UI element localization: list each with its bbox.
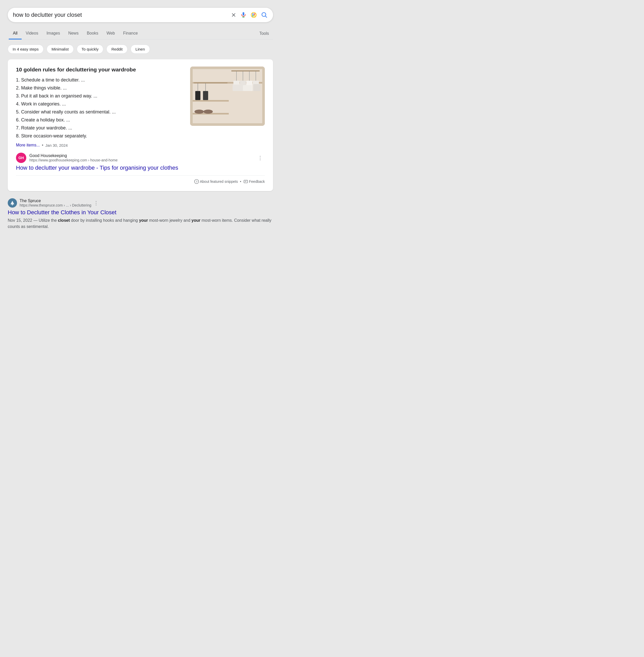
- result2-source-info: The Spruce https://www.thespruce.com › .…: [20, 199, 91, 207]
- result2-source-row: The Spruce https://www.thespruce.com › .…: [8, 198, 273, 207]
- tab-all[interactable]: All: [9, 28, 22, 40]
- source-url: https://www.goodhousekeeping.com › house…: [29, 158, 256, 162]
- date-text: Jan 30, 2024: [45, 143, 68, 148]
- svg-rect-28: [253, 84, 260, 91]
- more-items-link[interactable]: More items...: [16, 143, 40, 148]
- featured-result-link[interactable]: How to declutter your wardrobe - Tips fo…: [16, 165, 265, 171]
- tab-videos[interactable]: Videos: [22, 28, 43, 40]
- svg-text:?: ?: [196, 180, 197, 183]
- tab-books[interactable]: Books: [83, 28, 102, 40]
- chip-3[interactable]: Reddit: [107, 45, 127, 53]
- svg-rect-10: [193, 100, 229, 102]
- more-items-row: More items... • Jan 30, 2024: [16, 143, 183, 148]
- chip-2[interactable]: To quickly: [77, 45, 104, 53]
- feedback-icon: [244, 179, 248, 184]
- tab-images[interactable]: Images: [42, 28, 64, 40]
- nav-tabs: All Videos Images News Books Web Finance…: [8, 28, 273, 40]
- result2-more-button[interactable]: ⋮: [91, 199, 101, 207]
- svg-point-5: [254, 15, 256, 17]
- chip-4[interactable]: Linen: [131, 45, 150, 53]
- result-2-card: The Spruce https://www.thespruce.com › .…: [8, 196, 273, 232]
- svg-point-29: [194, 110, 204, 114]
- card-list: 1. Schedule a time to declutter. ... 2. …: [16, 78, 183, 139]
- search-icon-group: [231, 12, 268, 19]
- spruce-icon: [9, 200, 15, 206]
- svg-point-30: [204, 110, 213, 114]
- about-snippets[interactable]: ? About featured snippets: [194, 179, 238, 184]
- result2-source-url: https://www.thespruce.com › ... › Declut…: [20, 203, 91, 207]
- tab-web[interactable]: Web: [102, 28, 119, 40]
- help-icon: ?: [194, 179, 199, 184]
- list-item: 4. Work in categories. ...: [16, 101, 183, 107]
- featured-image: [190, 67, 265, 126]
- closet-svg: [190, 67, 265, 126]
- list-item: 1. Schedule a time to declutter. ...: [16, 78, 183, 83]
- svg-marker-41: [10, 201, 15, 204]
- result2-logo: [8, 198, 17, 207]
- featured-snippet-card: 10 golden rules for decluttering your wa…: [8, 59, 273, 191]
- svg-rect-25: [203, 91, 208, 100]
- result2-link[interactable]: How to Declutter the Clothes in Your Clo…: [8, 209, 273, 216]
- dot-separator: •: [42, 143, 43, 148]
- search-input[interactable]: [13, 12, 231, 18]
- svg-point-3: [254, 14, 256, 15]
- svg-rect-42: [12, 204, 13, 205]
- source-row: GH Good Housekeeping https://www.goodhou…: [16, 153, 265, 163]
- list-item: 8. Store occasion-wear separately.: [16, 133, 183, 139]
- search-bar: [8, 8, 273, 22]
- chip-0[interactable]: In 4 easy steps: [8, 45, 44, 53]
- about-snippets-label: About featured snippets: [200, 179, 238, 183]
- svg-point-2: [252, 14, 254, 15]
- svg-rect-13: [231, 70, 260, 71]
- list-item: 2. Make things visible. ...: [16, 85, 183, 91]
- lens-icon: [250, 12, 257, 18]
- source-info: Good Housekeeping https://www.goodhousek…: [29, 153, 256, 162]
- search-button[interactable]: [261, 12, 268, 19]
- lens-button[interactable]: [250, 12, 257, 18]
- result2-source-name: The Spruce: [20, 199, 91, 203]
- svg-rect-27: [243, 85, 252, 91]
- svg-point-1: [251, 13, 256, 18]
- snippet-footer: ? About featured snippets • Feedback: [16, 175, 265, 184]
- source-logo: GH: [16, 153, 26, 163]
- footer-dot: •: [240, 179, 242, 183]
- source-more-button[interactable]: ⋮: [256, 154, 265, 162]
- feedback-button[interactable]: Feedback: [244, 179, 265, 184]
- source-name: Good Housekeeping: [29, 153, 256, 158]
- svg-rect-38: [244, 180, 247, 183]
- list-item: 6. Create a holiday box. ...: [16, 117, 183, 123]
- svg-rect-23: [195, 91, 201, 100]
- svg-rect-26: [233, 85, 242, 91]
- chip-1[interactable]: Minimalist: [47, 45, 74, 53]
- svg-point-4: [252, 15, 254, 17]
- result2-snippet: Nov 15, 2022 — Utilize the closet door b…: [8, 217, 273, 230]
- chips-row: In 4 easy steps Minimalist To quickly Re…: [8, 45, 273, 53]
- tools-button[interactable]: Tools: [255, 28, 273, 39]
- svg-rect-0: [243, 12, 245, 16]
- list-item: 5. Consider what really counts as sentim…: [16, 109, 183, 115]
- mic-icon: [240, 12, 247, 18]
- list-item: 7. Rotate your wardrobe. ...: [16, 125, 183, 131]
- search-icon: [261, 12, 268, 19]
- tab-finance[interactable]: Finance: [119, 28, 142, 40]
- voice-search-button[interactable]: [240, 12, 247, 18]
- x-icon: [231, 12, 236, 18]
- tab-news[interactable]: News: [64, 28, 83, 40]
- svg-rect-12: [194, 83, 227, 83]
- clear-button[interactable]: [231, 12, 236, 18]
- list-item: 3. Put it all back in an organised way. …: [16, 93, 183, 99]
- card-title: 10 golden rules for decluttering your wa…: [16, 67, 183, 73]
- card-content: 10 golden rules for decluttering your wa…: [16, 67, 183, 148]
- feedback-label: Feedback: [249, 179, 265, 183]
